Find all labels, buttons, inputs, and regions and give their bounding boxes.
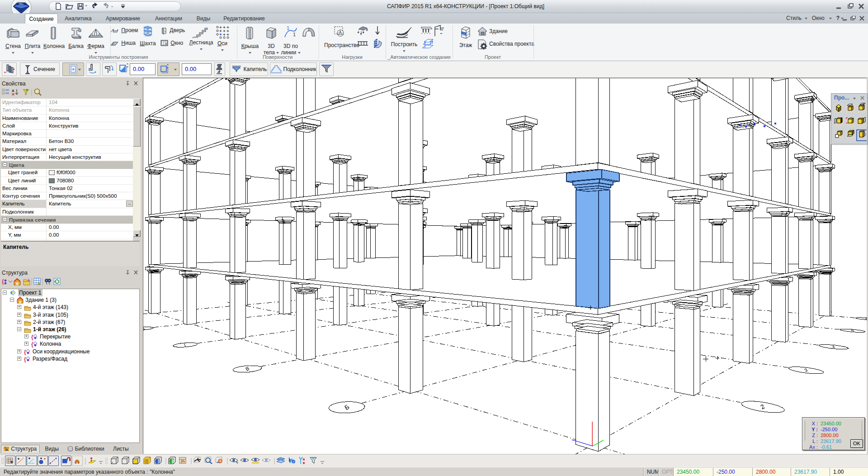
svg-text:x: x [340, 30, 341, 33]
svg-text:{: { [31, 334, 33, 340]
svg-text:{: { [24, 349, 26, 355]
svg-text:{: { [24, 356, 26, 362]
svg-text:1: 1 [293, 32, 296, 37]
svg-text:Я: Я [12, 92, 14, 96]
svg-text:1: 1 [287, 25, 289, 31]
svg-text:{: { [2, 278, 4, 285]
svg-text:{: { [31, 341, 33, 347]
svg-text:6: 6 [864, 316, 867, 321]
